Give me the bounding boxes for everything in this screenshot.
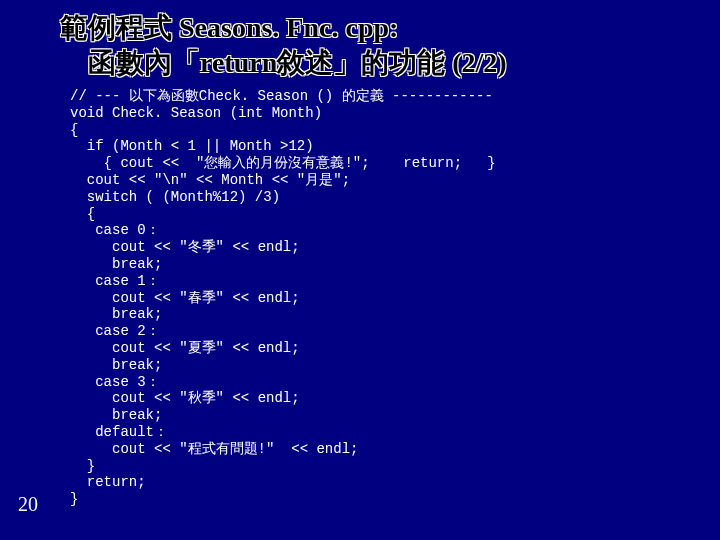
page-number: 20 xyxy=(18,493,38,516)
code-line: if (Month < 1 || Month >12) xyxy=(70,138,314,154)
code-line: break; xyxy=(70,306,162,322)
code-line: { xyxy=(70,206,95,222)
title-line-2: 函數內「return敘述」的功能 (2/2) xyxy=(60,45,700,80)
code-line: { xyxy=(70,122,78,138)
code-line: cout << "夏季" << endl; xyxy=(70,340,300,356)
code-line: default： xyxy=(70,424,168,440)
code-line: break; xyxy=(70,407,162,423)
code-line: } xyxy=(70,491,78,507)
code-line: cout << "\n" << Month << "月是"; xyxy=(70,172,350,188)
code-line: break; xyxy=(70,357,162,373)
code-line: cout << "秋季" << endl; xyxy=(70,390,300,406)
code-line: case 1： xyxy=(70,273,160,289)
slide-content: 範例程式 Seasons. Fnc. cpp: 函數內「return敘述」的功能… xyxy=(0,0,720,518)
code-line: switch ( (Month%12) /3) xyxy=(70,189,280,205)
code-block: // --- 以下為函數Check. Season () 的定義 -------… xyxy=(70,88,700,508)
code-line: cout << "程式有問題!" << endl; xyxy=(70,441,358,457)
code-line: { cout << "您輸入的月份沒有意義!"; return; } xyxy=(70,155,496,171)
code-line: break; xyxy=(70,256,162,272)
code-line: } xyxy=(70,458,95,474)
code-line: cout << "春季" << endl; xyxy=(70,290,300,306)
code-line: case 3： xyxy=(70,374,160,390)
code-line: case 0： xyxy=(70,222,160,238)
title-line-1: 範例程式 Seasons. Fnc. cpp: xyxy=(60,10,700,45)
slide-title: 範例程式 Seasons. Fnc. cpp: 函數內「return敘述」的功能… xyxy=(60,10,700,80)
code-line: void Check. Season (int Month) xyxy=(70,105,322,121)
code-line: case 2： xyxy=(70,323,160,339)
code-line: return; xyxy=(70,474,146,490)
code-line: cout << "冬季" << endl; xyxy=(70,239,300,255)
code-line: // --- 以下為函數Check. Season () 的定義 -------… xyxy=(70,88,493,104)
